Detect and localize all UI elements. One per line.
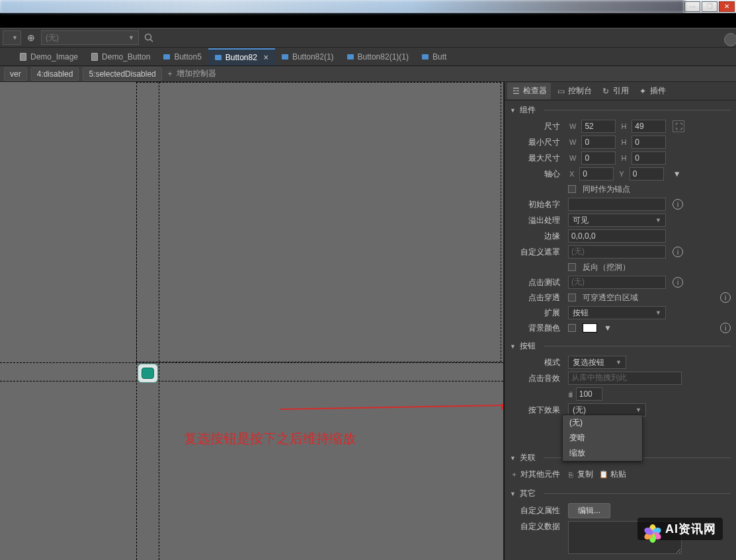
globe-icon[interactable]: ⊕ [25,32,37,44]
refs-icon: ↻ [601,87,610,96]
overflow-dropdown[interactable]: 可见▼ [568,214,666,227]
inspector-tab-console[interactable]: ▭控制台 [552,83,596,99]
plugins-icon: ✦ [638,87,647,96]
input-pivot-y[interactable] [630,167,664,180]
through-checkbox[interactable] [568,294,576,301]
input-min-w[interactable] [581,136,616,149]
volume-input[interactable] [576,387,602,401]
input-max-w[interactable] [581,151,616,165]
inspector-tab-plugins[interactable]: ✦插件 [634,83,670,99]
section-other[interactable]: 其它 [505,485,736,502]
input-init-name[interactable] [568,198,666,211]
svg-point-0 [145,34,151,40]
inspector-tab-refs[interactable]: ↻引用 [597,83,633,99]
state-over[interactable]: ver [4,67,27,81]
input-width[interactable] [581,120,616,133]
anchor-checkbox[interactable] [568,185,576,193]
copy-button[interactable]: ⎘复制 [567,469,593,480]
paste-button[interactable]: 📋粘贴 [600,469,626,480]
info-icon[interactable]: i [673,199,683,210]
user-avatar-icon[interactable] [724,33,736,46]
label-custom-data: 自定义数据 [505,521,564,532]
input-min-h[interactable] [632,136,666,149]
state-disabled[interactable]: 4:disabled [31,67,79,81]
label-mask: 自定义遮罩 [505,247,564,258]
tab-butt[interactable]: Butt [415,48,453,65]
label-custom-prop: 自定义属性 [505,505,564,516]
extend-dropdown[interactable]: 按钮▼ [568,306,666,319]
maximize-button[interactable]: ❐ [702,1,717,12]
label-press-effect: 按下效果 [505,405,564,416]
label-extend: 扩展 [505,307,564,319]
annotation-arrow-line [280,405,504,410]
state-bar: ver 4:disabled 5:selectedDisabled ＋ 增加控制… [0,66,736,82]
info-icon-hit[interactable]: i [673,277,683,288]
plus-icon: ＋ [166,68,174,79]
tab-close-icon[interactable]: × [264,53,268,62]
top-toolbar: ▼ ⊕ (无) ▼ [0,28,736,48]
label-overflow: 溢出处理 [505,215,564,226]
bgcolor-dropdown-icon[interactable]: ▼ [604,323,612,333]
hittest-field[interactable]: (无) [568,276,666,289]
tab-demo-button[interactable]: Demo_Button [85,48,157,65]
mask-field[interactable]: (无) [568,245,666,259]
sound-field[interactable]: 从库中拖拽到此 [568,372,682,385]
tab-button82[interactable]: Button82× [208,48,275,65]
label-max-size: 最大尺寸 [505,153,564,164]
reverse-checkbox[interactable] [568,263,576,271]
label-init-name: 初始名字 [505,199,564,210]
edit-properties-button[interactable]: 编辑... [568,503,610,518]
input-pivot-x[interactable] [579,167,614,180]
info-icon-bg[interactable]: i [720,323,731,333]
search-icon[interactable] [143,32,155,44]
label-hittest: 点击测试 [505,277,564,288]
svg-line-1 [151,40,153,42]
close-button[interactable]: ✕ [719,1,735,12]
canvas[interactable]: 复选按钮是按下之后维持缩放 [0,82,504,560]
anchor-label: 同时作为锚点 [583,184,630,195]
pivot-dropdown-icon[interactable]: ▼ [673,169,681,179]
inspector-panel: ☲检查器 ▭控制台 ↻引用 ✦插件 组件 尺寸 W H ⛶ 最小尺寸 W H 最… [504,82,736,560]
spacer-strip [0,13,736,28]
input-max-h[interactable] [632,151,666,165]
option-darken[interactable]: 变暗 [563,430,642,446]
section-button[interactable]: 按钮 [505,338,736,354]
bgcolor-swatch[interactable] [583,323,597,333]
checkbox-component[interactable] [138,364,158,383]
tab-button82-1[interactable]: Button82(1) [275,48,341,65]
section-component[interactable]: 组件 [505,102,736,118]
minimize-button[interactable]: — [684,1,700,12]
input-height[interactable] [632,120,666,133]
label-margin: 边缘 [505,231,564,242]
copy-icon: ⎘ [567,471,575,479]
input-margin[interactable] [568,229,666,243]
add-controller-button[interactable]: ＋ 增加控制器 [166,68,216,79]
bgcolor-checkbox[interactable] [568,324,576,332]
tab-button5[interactable]: Button5 [157,48,208,65]
toolbar-select-none[interactable]: (无) ▼ [41,30,139,45]
tab-demo-image[interactable]: Demo_Image [13,48,85,65]
reverse-label: 反向（挖洞） [583,262,630,273]
label-pivot: 轴心 [505,169,564,180]
tab-button82-1-1[interactable]: Button82(1)(1) [341,48,415,65]
logo-text: AI资讯网 [665,521,716,537]
inspector-icon: ☲ [511,87,520,96]
info-icon-through[interactable]: i [720,292,731,303]
press-effect-options: (无) 变暗 缩放 [562,415,643,461]
option-none[interactable]: (无) [563,415,642,430]
option-scale[interactable]: 缩放 [563,446,642,461]
add-relation-button[interactable]: ＋对其他元件 [510,469,560,480]
mode-dropdown[interactable]: 复选按钮▼ [568,356,626,369]
console-icon: ▭ [556,87,565,96]
window-titlebar: — ❐ ✕ [0,0,736,13]
label-through: 点击穿透 [505,292,564,303]
label-bgcolor: 背景颜色 [505,323,564,334]
fullscreen-icon[interactable]: ⛶ [673,120,684,132]
label-mode: 模式 [505,357,564,368]
info-icon-mask[interactable]: i [673,247,683,257]
through-text: 可穿透空白区域 [583,292,638,303]
state-selected-disabled[interactable]: 5:selectedDisabled [83,67,161,81]
toolbar-dropdown-1[interactable]: ▼ [3,30,21,45]
watermark-logo: AI资讯网 [637,518,723,540]
inspector-tab-inspector[interactable]: ☲检查器 [507,83,551,99]
